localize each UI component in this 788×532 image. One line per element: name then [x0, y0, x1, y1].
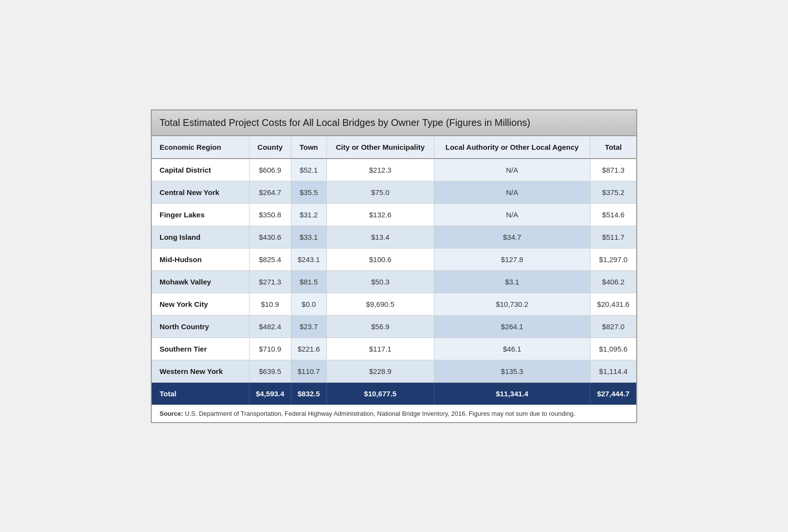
cell-city: $9,690.5	[326, 293, 434, 315]
table-title: Total Estimated Project Costs for All Lo…	[152, 110, 636, 136]
cell-authority: $34.7	[434, 226, 590, 248]
cell-region: Long Island	[152, 226, 249, 248]
cell-county: $606.9	[249, 159, 291, 181]
cell-total: $20,431.6	[590, 293, 636, 315]
table-row: Finger Lakes$350.8$31.2$132.6N/A$514.6	[152, 203, 636, 226]
cell-region: New York City	[152, 293, 249, 315]
cell-authority: $46.1	[434, 337, 590, 360]
cell-city: $56.9	[326, 315, 434, 337]
cell-county: $825.4	[249, 248, 291, 270]
col-header-town: Town	[291, 136, 326, 159]
cell-total: $1,297.0	[590, 248, 636, 270]
totals-town: $832.5	[291, 382, 326, 405]
table-row: Long Island$430.6$33.1$13.4$34.7$511.7	[152, 226, 636, 248]
col-header-total: Total	[590, 136, 636, 159]
cell-town: $35.5	[291, 181, 326, 203]
table-row: Mid-Hudson$825.4$243.1$100.6$127.8$1,297…	[152, 248, 636, 270]
cell-city: $132.6	[326, 203, 434, 226]
totals-county: $4,593.4	[249, 382, 291, 405]
cell-total: $511.7	[590, 226, 636, 248]
cell-total: $375.2	[590, 181, 636, 203]
cell-county: $482.4	[249, 315, 291, 337]
cell-region: Mid-Hudson	[152, 248, 249, 270]
col-header-county: County	[249, 136, 291, 159]
table-row: North Country$482.4$23.7$56.9$264.1$827.…	[152, 315, 636, 337]
cell-region: Western New York	[152, 360, 249, 382]
cell-total: $406.2	[590, 270, 636, 293]
source-label: Source:	[160, 410, 183, 417]
title-main: Total Estimated Project Costs for All Lo…	[160, 117, 443, 128]
cell-county: $10.9	[249, 293, 291, 315]
cell-authority: $127.8	[434, 248, 590, 270]
cell-region: Finger Lakes	[152, 203, 249, 226]
table-row: Western New York$639.5$110.7$228.9$135.3…	[152, 360, 636, 382]
col-header-city: City or Other Municipality	[326, 136, 434, 159]
cell-region: North Country	[152, 315, 249, 337]
cell-city: $212.3	[326, 159, 434, 181]
cell-authority: $3.1	[434, 270, 590, 293]
source-text: U.S. Department of Transportation, Feder…	[185, 410, 575, 417]
cell-region: Mohawk Valley	[152, 270, 249, 293]
table-row: Mohawk Valley$271.3$81.5$50.3$3.1$406.2	[152, 270, 636, 293]
cell-city: $75.0	[326, 181, 434, 203]
cell-city: $117.1	[326, 337, 434, 360]
table-row: New York City$10.9$0.0$9,690.5$10,730.2$…	[152, 293, 636, 315]
table-row: Southern Tier$710.9$221.6$117.1$46.1$1,0…	[152, 337, 636, 360]
totals-label: Total	[152, 382, 249, 405]
cell-authority: N/A	[434, 181, 590, 203]
cell-town: $221.6	[291, 337, 326, 360]
cell-total: $827.0	[590, 315, 636, 337]
totals-total: $27,444.7	[590, 382, 636, 405]
cell-authority: $135.3	[434, 360, 590, 382]
cell-city: $100.6	[326, 248, 434, 270]
cell-region: Central New York	[152, 181, 249, 203]
totals-city: $10,677.5	[326, 382, 434, 405]
data-table: Economic Region County Town City or Othe…	[152, 136, 636, 405]
cell-town: $243.1	[291, 248, 326, 270]
cell-town: $52.1	[291, 159, 326, 181]
cell-county: $710.9	[249, 337, 291, 360]
cell-town: $110.7	[291, 360, 326, 382]
totals-row: Total $4,593.4 $832.5 $10,677.5 $11,341.…	[152, 382, 636, 405]
title-subtitle: (Figures in Millions)	[446, 117, 530, 128]
source-citation: Source: U.S. Department of Transportatio…	[152, 405, 636, 422]
cell-town: $81.5	[291, 270, 326, 293]
cell-town: $23.7	[291, 315, 326, 337]
cell-total: $1,114.4	[590, 360, 636, 382]
table-row: Central New York$264.7$35.5$75.0N/A$375.…	[152, 181, 636, 203]
cell-authority: $264.1	[434, 315, 590, 337]
cell-county: $264.7	[249, 181, 291, 203]
cell-city: $50.3	[326, 270, 434, 293]
col-header-region: Economic Region	[152, 136, 249, 159]
cell-authority: $10,730.2	[434, 293, 590, 315]
cell-total: $1,095.6	[590, 337, 636, 360]
cell-county: $350.8	[249, 203, 291, 226]
cell-region: Capital District	[152, 159, 249, 181]
cell-town: $33.1	[291, 226, 326, 248]
cell-total: $514.6	[590, 203, 636, 226]
cell-town: $0.0	[291, 293, 326, 315]
cell-town: $31.2	[291, 203, 326, 226]
cell-county: $430.6	[249, 226, 291, 248]
cell-city: $228.9	[326, 360, 434, 382]
cell-authority: N/A	[434, 203, 590, 226]
cell-authority: N/A	[434, 159, 590, 181]
cell-total: $871.3	[590, 159, 636, 181]
cell-county: $271.3	[249, 270, 291, 293]
col-header-authority: Local Authority or Other Local Agency	[434, 136, 590, 159]
cell-county: $639.5	[249, 360, 291, 382]
header-row: Economic Region County Town City or Othe…	[152, 136, 636, 159]
report-table-container: Total Estimated Project Costs for All Lo…	[151, 109, 637, 423]
cell-region: Southern Tier	[152, 337, 249, 360]
cell-city: $13.4	[326, 226, 434, 248]
totals-authority: $11,341.4	[434, 382, 590, 405]
table-row: Capital District$606.9$52.1$212.3N/A$871…	[152, 159, 636, 181]
